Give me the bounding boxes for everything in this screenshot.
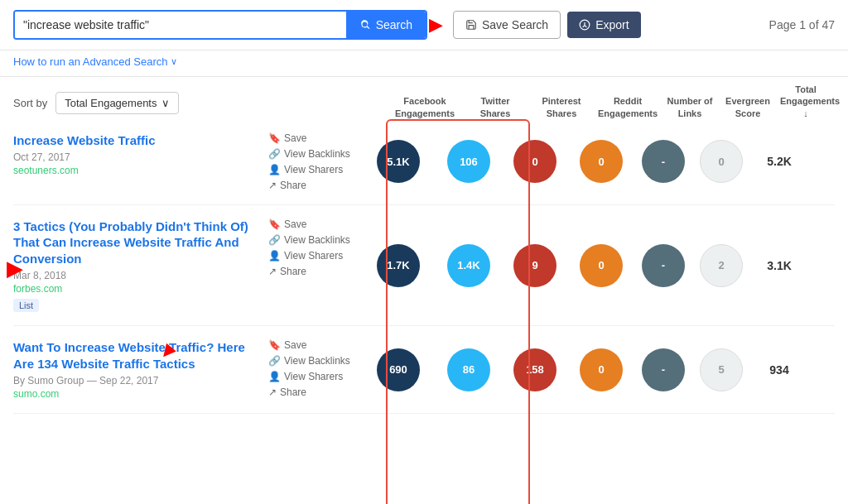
view-backlinks-action[interactable]: 🔗 View Backlinks: [268, 234, 354, 246]
export-icon: [579, 19, 590, 31]
metric-facebook: 1.7K: [361, 244, 436, 287]
metric-twitter: 86: [436, 348, 502, 391]
pi-circle: 9: [513, 244, 556, 287]
article-title[interactable]: Want To Increase Website Traffic? Here A…: [13, 340, 245, 371]
ev-circle: 2: [700, 244, 743, 287]
col-header-twitter: Twitter Shares: [462, 95, 528, 119]
col-header-facebook: Facebook Engagements: [388, 95, 462, 119]
actions-section: 🔖 Save 🔗 View Backlinks 👤 View Sharers ↗…: [262, 205, 361, 326]
metric-reddit: 0: [568, 244, 634, 287]
col-header-reddit: Reddit Engagements: [595, 95, 661, 119]
view-sharers-action[interactable]: 👤 View Sharers: [268, 250, 354, 262]
re-circle: 0: [580, 348, 623, 391]
metric-facebook: 5.1K: [361, 140, 436, 183]
view-sharers-action[interactable]: 👤 View Sharers: [268, 164, 354, 175]
article-date: Oct 27, 2017: [13, 151, 262, 163]
article-title[interactable]: Increase Website Traffic: [13, 133, 155, 147]
row-metrics: 5.1K 106 0 0 - 0 5.2K: [361, 119, 808, 204]
advanced-search-link[interactable]: How to run an Advanced Search ∨: [0, 50, 848, 77]
re-circle: 0: [580, 140, 623, 183]
metric-evergreen: 5: [692, 348, 750, 391]
metric-evergreen: 2: [692, 244, 750, 287]
search-box: Search: [13, 10, 427, 40]
arrow-search: ▶: [429, 14, 443, 36]
sort-dropdown[interactable]: Total Engagements ∨: [55, 92, 179, 114]
col-header-pinterest: Pinterest Shares: [528, 95, 595, 119]
export-button[interactable]: Export: [567, 12, 640, 38]
save-action[interactable]: 🔖 Save: [268, 339, 354, 351]
metric-total: 3.1K: [750, 259, 808, 272]
metric-links: -: [634, 348, 692, 391]
metric-total: 5.2K: [750, 155, 808, 168]
row-metrics: 690 86 158 0 - 5 934: [361, 326, 808, 413]
share-action[interactable]: ↗ Share: [268, 266, 354, 277]
article-source[interactable]: sumo.com: [13, 388, 262, 400]
actions-section: 🔖 Save 🔗 View Backlinks 👤 View Sharers ↗…: [262, 326, 361, 413]
article-section: Want To Increase Website Traffic? Here A…: [13, 326, 262, 413]
article-row: Want To Increase Website Traffic? Here A…: [13, 326, 835, 414]
metric-links: -: [634, 244, 692, 287]
sort-label: Sort by: [13, 97, 47, 109]
article-row: Increase Website Traffic Oct 27, 2017 se…: [13, 119, 835, 205]
col-header-total: Total Engagements ↓: [777, 84, 835, 119]
metric-twitter: 106: [436, 140, 502, 183]
article-section: Increase Website Traffic Oct 27, 2017 se…: [13, 119, 262, 204]
metric-links: -: [634, 140, 692, 183]
view-sharers-action[interactable]: 👤 View Sharers: [268, 371, 354, 382]
view-backlinks-action[interactable]: 🔗 View Backlinks: [268, 355, 354, 367]
article-source[interactable]: forbes.com: [13, 283, 262, 295]
tw-circle: 1.4K: [447, 244, 490, 287]
save-action[interactable]: 🔖 Save: [268, 218, 354, 230]
nl-circle: -: [642, 348, 685, 391]
metric-pinterest: 158: [502, 348, 568, 391]
nl-circle: -: [642, 244, 685, 287]
article-date: Mar 8, 2018: [13, 270, 262, 281]
tw-circle: 86: [447, 348, 490, 391]
share-action[interactable]: ↗ Share: [268, 180, 354, 191]
article-row: 3 Tactics (You Probably Didn't Think Of)…: [13, 205, 835, 327]
metric-evergreen: 0: [692, 140, 750, 183]
arrow-article2: ▶: [7, 256, 23, 281]
ev-circle: 0: [700, 140, 743, 183]
fb-circle: 690: [377, 348, 420, 391]
search-input[interactable]: [15, 12, 346, 38]
ev-circle: 5: [700, 348, 743, 391]
metric-twitter: 1.4K: [436, 244, 502, 287]
pi-circle: 158: [513, 348, 556, 391]
save-action[interactable]: 🔖 Save: [268, 132, 354, 144]
article-tag: List: [13, 299, 39, 312]
search-button[interactable]: Search: [346, 12, 426, 38]
save-icon: [465, 19, 477, 31]
top-bar: Search ▶ Save Search Export Page 1 of 47: [0, 0, 848, 50]
tw-circle: 106: [447, 140, 490, 183]
nl-circle: -: [642, 140, 685, 183]
row-metrics: 1.7K 1.4K 9 0 - 2 3.1K: [361, 205, 808, 326]
view-backlinks-action[interactable]: 🔗 View Backlinks: [268, 148, 354, 160]
metric-pinterest: 0: [502, 140, 568, 183]
pi-circle: 0: [513, 140, 556, 183]
metric-total: 934: [750, 363, 808, 377]
page-info: Page 1 of 47: [769, 18, 835, 31]
article-date: By Sumo Group — Sep 22, 2017: [13, 375, 262, 386]
col-header-links: Number of Links: [661, 95, 719, 119]
fb-circle: 1.7K: [377, 244, 420, 287]
share-action[interactable]: ↗ Share: [268, 386, 354, 398]
re-circle: 0: [580, 244, 623, 287]
metric-reddit: 0: [568, 348, 634, 391]
article-title[interactable]: 3 Tactics (You Probably Didn't Think Of)…: [13, 219, 248, 266]
save-search-button[interactable]: Save Search: [453, 11, 561, 39]
article-source[interactable]: seotuners.com: [13, 165, 262, 176]
article-section: 3 Tactics (You Probably Didn't Think Of)…: [13, 205, 262, 326]
fb-circle: 5.1K: [377, 140, 420, 183]
metric-pinterest: 9: [502, 244, 568, 287]
search-icon: [359, 19, 371, 31]
metric-facebook: 690: [361, 348, 436, 391]
col-header-evergreen: Evergreen Score: [719, 95, 777, 119]
metric-reddit: 0: [568, 140, 634, 183]
actions-section: 🔖 Save 🔗 View Backlinks 👤 View Sharers ↗…: [262, 119, 361, 204]
